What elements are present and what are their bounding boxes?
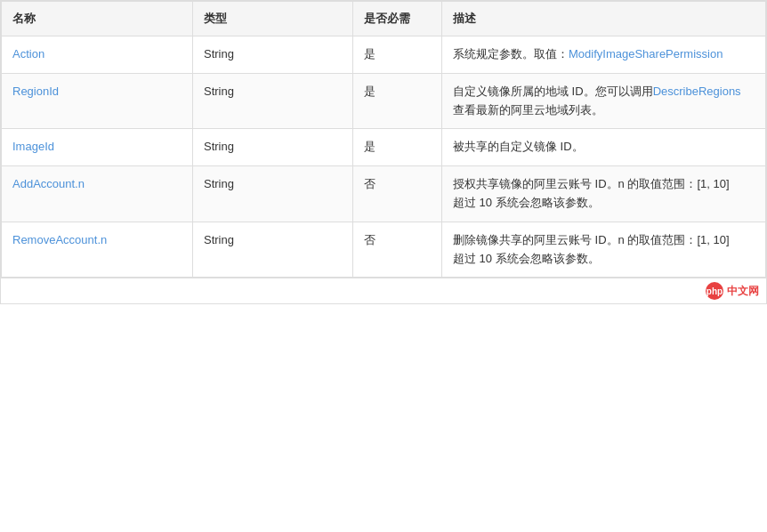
watermark-badge: php 中文网 (706, 282, 759, 300)
watermark-bar: php 中文网 (1, 278, 766, 303)
cell-type: String (193, 36, 353, 74)
cell-required: 是 (353, 73, 442, 129)
param-name-link[interactable]: RegionId (12, 85, 59, 98)
cell-desc: 被共享的自定义镜像 ID。 (442, 129, 766, 166)
cell-desc: 系统规定参数。取值：ModifyImageSharePermission (442, 36, 766, 74)
php-icon: php (706, 282, 723, 300)
cell-required: 是 (353, 129, 442, 166)
cell-required: 否 (353, 166, 442, 222)
cell-name: Action (2, 36, 193, 74)
param-name-link[interactable]: ImageId (12, 140, 54, 153)
col-header-name: 名称 (2, 2, 193, 36)
cell-name: ImageId (2, 129, 193, 166)
cell-type: String (193, 222, 353, 278)
table-row: RegionIdString是自定义镜像所属的地域 ID。您可以调用Descri… (2, 73, 766, 129)
param-name-link[interactable]: AddAccount.n (12, 177, 85, 190)
desc-text: 系统规定参数。取值： (453, 47, 569, 60)
desc-link[interactable]: DescribeRegions (653, 85, 741, 98)
desc-text: 删除镜像共享的阿里云账号 ID。n 的取值范围：[1, 10] (453, 233, 730, 246)
api-params-table: 名称 类型 是否必需 描述 ActionString是系统规定参数。取值：Mod… (0, 0, 767, 304)
desc-link[interactable]: ModifyImageSharePermission (569, 47, 723, 60)
cell-type: String (193, 129, 353, 166)
cell-name: AddAccount.n (2, 166, 193, 222)
table-header-row: 名称 类型 是否必需 描述 (2, 2, 766, 36)
desc-text: 自定义镜像所属的地域 ID。您可以调用 (453, 85, 653, 98)
cell-desc: 自定义镜像所属的地域 ID。您可以调用DescribeRegions 查看最新的… (442, 73, 766, 129)
table-row: RemoveAccount.nString否删除镜像共享的阿里云账号 ID。n … (2, 222, 766, 278)
cell-name: RemoveAccount.n (2, 222, 193, 278)
table-row: ImageIdString是被共享的自定义镜像 ID。 (2, 129, 766, 166)
desc-text: 查看最新的阿里云地域列表。 (453, 103, 603, 117)
cell-required: 是 (353, 36, 442, 74)
desc-text: 被共享的自定义镜像 ID。 (453, 140, 584, 153)
desc-text: 超过 10 系统会忽略该参数。 (453, 196, 600, 209)
cell-type: String (193, 73, 353, 129)
cell-desc: 删除镜像共享的阿里云账号 ID。n 的取值范围：[1, 10]超过 10 系统会… (442, 222, 766, 278)
param-name-link[interactable]: RemoveAccount.n (12, 233, 107, 246)
desc-text: 超过 10 系统会忽略该参数。 (453, 252, 600, 265)
cell-type: String (193, 166, 353, 222)
cell-required: 否 (353, 222, 442, 278)
cell-name: RegionId (2, 73, 193, 129)
table-row: AddAccount.nString否授权共享镜像的阿里云账号 ID。n 的取值… (2, 166, 766, 222)
param-name-link[interactable]: Action (12, 47, 44, 60)
col-header-desc: 描述 (442, 2, 766, 36)
table-row: ActionString是系统规定参数。取值：ModifyImageShareP… (2, 36, 766, 74)
col-header-type: 类型 (193, 2, 353, 36)
cell-desc: 授权共享镜像的阿里云账号 ID。n 的取值范围：[1, 10]超过 10 系统会… (442, 166, 766, 222)
col-header-required: 是否必需 (353, 2, 442, 36)
watermark-label: 中文网 (727, 284, 759, 299)
desc-text: 授权共享镜像的阿里云账号 ID。n 的取值范围：[1, 10] (453, 177, 730, 190)
